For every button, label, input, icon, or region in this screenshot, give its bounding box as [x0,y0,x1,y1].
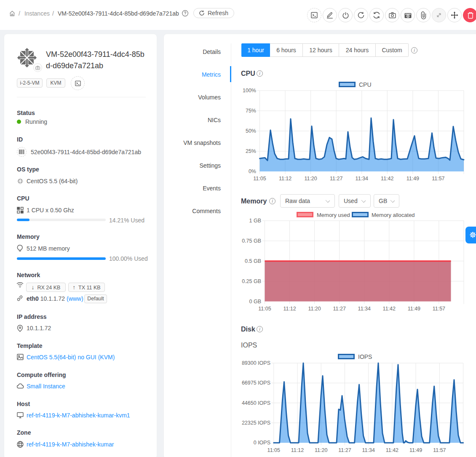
svg-text:11:42: 11:42 [381,176,393,182]
svg-text:11:34: 11:34 [356,176,368,182]
svg-text:0.5 GB: 0.5 GB [245,258,261,264]
svg-text:66975 IOPS: 66975 IOPS [242,380,270,386]
svg-text:11:05: 11:05 [267,447,280,453]
svg-text:11:49: 11:49 [406,176,419,182]
svg-text:11:34: 11:34 [362,447,375,453]
svg-text:75%: 75% [246,108,256,114]
svg-text:11:49: 11:49 [409,447,422,453]
svg-text:89300 IOPS: 89300 IOPS [242,360,270,366]
svg-text:11:34: 11:34 [358,306,371,312]
svg-text:11:20: 11:20 [304,176,317,182]
svg-text:25%: 25% [246,148,256,154]
svg-text:11:20: 11:20 [308,306,321,312]
svg-text:11:49: 11:49 [408,306,420,312]
svg-text:11:12: 11:12 [283,306,296,312]
svg-text:11:42: 11:42 [386,447,398,453]
svg-text:11:05: 11:05 [258,306,271,312]
svg-text:0.25 GB: 0.25 GB [242,278,261,284]
svg-text:44650 IOPS: 44650 IOPS [242,400,270,406]
svg-text:22325 IOPS: 22325 IOPS [242,420,270,426]
svg-text:0 GB: 0 GB [249,299,262,305]
svg-text:11:20: 11:20 [315,447,327,453]
svg-text:0.75 GB: 0.75 GB [242,238,261,244]
svg-text:11:27: 11:27 [330,176,342,182]
svg-text:11:12: 11:12 [279,176,291,182]
svg-text:50%: 50% [246,128,256,134]
svg-text:100%: 100% [243,88,256,94]
svg-text:11:57: 11:57 [433,447,446,453]
svg-text:0 IOPS: 0 IOPS [254,440,270,446]
svg-text:11:05: 11:05 [253,176,266,182]
svg-text:11:57: 11:57 [433,306,445,312]
svg-text:11:12: 11:12 [291,447,304,453]
svg-text:1 GB: 1 GB [249,218,262,224]
svg-text:11:27: 11:27 [338,447,351,453]
svg-text:0%: 0% [249,168,256,174]
svg-text:11:42: 11:42 [383,306,396,312]
svg-text:11:27: 11:27 [333,306,346,312]
svg-text:11:57: 11:57 [432,176,444,182]
